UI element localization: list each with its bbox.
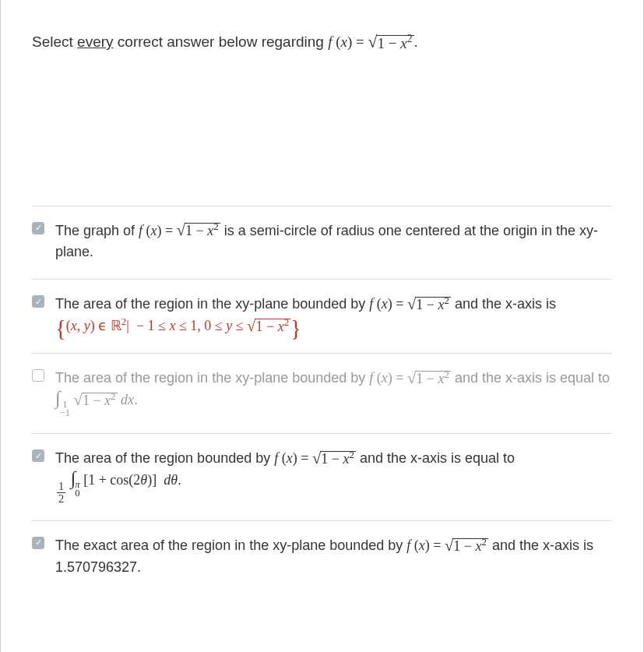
checkbox-icon[interactable] xyxy=(32,537,44,549)
answer-list: The graph of f (x) = √1 − x2 is a semi-c… xyxy=(32,206,612,594)
prompt-math: f (x) = √1 − x2 xyxy=(328,33,413,50)
checkbox-icon[interactable] xyxy=(32,295,44,308)
answer-option-2[interactable]: The area of the region in the xy-plane b… xyxy=(32,280,612,354)
math-fx: f (x) = √1 − x2 xyxy=(369,296,451,312)
math-fx: f (x) = √1 − x2 xyxy=(274,450,356,466)
answer-text: The area of the region in the xy-plane b… xyxy=(55,368,612,418)
math-set: {(x, y) ϵ ℝ2| − 1 ≤ x ≤ 1, 0 ≤ y ≤ √1 − … xyxy=(55,318,301,333)
math-integral-theta: 12 ∫π0 [1 + cos(2θ)] dθ xyxy=(55,472,178,488)
math-fx: f (x) = √1 − x2 xyxy=(369,370,451,386)
answer-option-3[interactable]: The area of the region in the xy-plane b… xyxy=(32,354,612,434)
answer-text: The exact area of the region in the xy-p… xyxy=(55,535,612,579)
prompt-before: Select xyxy=(32,33,77,50)
question-prompt: Select every correct answer below regard… xyxy=(1,0,643,54)
answer-text: The graph of f (x) = √1 − x2 is a semi-c… xyxy=(55,220,612,264)
checkbox-icon[interactable] xyxy=(32,449,44,462)
answer-option-4[interactable]: The area of the region bounded by f (x) … xyxy=(32,434,612,521)
answer-option-5[interactable]: The exact area of the region in the xy-p… xyxy=(32,521,612,594)
math-integral: ∫1−1 √1 − x2 dx xyxy=(55,392,134,407)
answer-text: The area of the region in the xy-plane b… xyxy=(55,294,612,337)
math-fx: f (x) = √1 − x2 xyxy=(406,537,488,553)
checkbox-icon[interactable] xyxy=(32,369,44,382)
answer-text: The area of the region bounded by f (x) … xyxy=(55,448,612,505)
math-fx: f (x) = √1 − x2 xyxy=(139,223,220,238)
prompt-after: correct answer below regarding xyxy=(114,33,329,50)
checkbox-icon[interactable] xyxy=(32,222,44,234)
prompt-underline: every xyxy=(77,33,113,50)
answer-option-1[interactable]: The graph of f (x) = √1 − x2 is a semi-c… xyxy=(32,206,612,280)
